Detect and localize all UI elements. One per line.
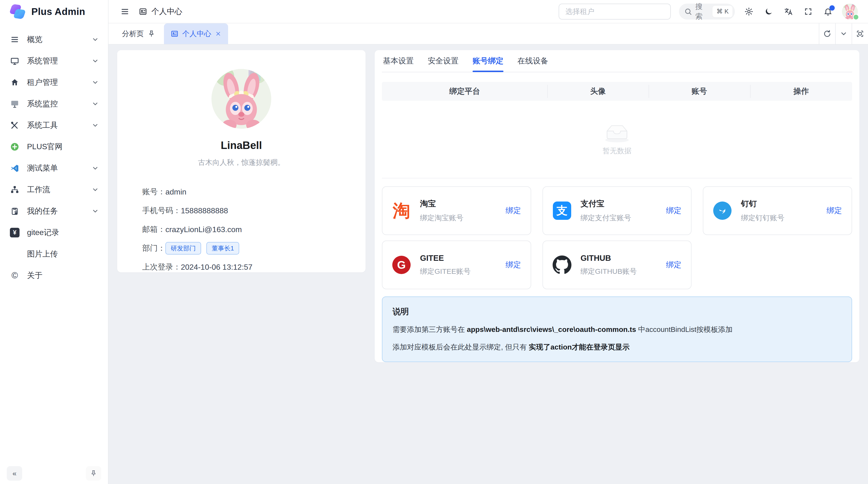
main-area: 个人中心 搜索 ⌘ K: [108, 0, 868, 484]
bind-platform-desc: 绑定钉钉账号: [741, 213, 817, 223]
chevron-down-icon: [92, 36, 99, 43]
tab-label: 个人中心: [182, 29, 211, 39]
note-title: 说明: [393, 306, 841, 317]
yen-badge-icon: ¥: [10, 228, 20, 238]
bind-card-alipay: 支 支付宝 绑定支付宝账号 绑定: [542, 186, 692, 235]
sidebar-item-system-tools[interactable]: 系统工具: [0, 115, 108, 136]
sidebar-item-image-upload[interactable]: 图片上传: [0, 243, 108, 265]
bind-card-taobao: 淘 淘宝 绑定淘宝账号 绑定: [382, 186, 531, 235]
global-search-button[interactable]: 搜索 ⌘ K: [679, 4, 735, 20]
bind-github-link[interactable]: 绑定: [666, 260, 681, 270]
bind-alipay-link[interactable]: 绑定: [666, 205, 681, 216]
binding-cards: 淘 淘宝 绑定淘宝账号 绑定 支 支付宝 绑定支付宝账号 绑定: [382, 186, 852, 289]
sidebar-item-label: 系统工具: [27, 120, 84, 131]
sidebar-item-test-menu[interactable]: 测试菜单: [0, 157, 108, 179]
tabbar: 分析页 个人中心: [108, 23, 868, 44]
tab-menu-button[interactable]: [835, 23, 851, 44]
user-avatar[interactable]: [842, 4, 858, 20]
hamburger-icon: [121, 7, 129, 16]
overview-icon: [10, 34, 20, 44]
settings-button[interactable]: [743, 6, 755, 18]
display-icon: [10, 99, 20, 109]
bind-platform-desc: 绑定GITHUB账号: [581, 266, 657, 277]
tab-analysis[interactable]: 分析页: [115, 23, 162, 44]
profile-card-icon: [171, 30, 179, 38]
pin-icon[interactable]: [148, 30, 155, 38]
sidebar-item-label: 概览: [27, 34, 84, 45]
sidebar-item-system-monitor[interactable]: 系统监控: [0, 93, 108, 115]
settings-panel: 基本设置 安全设置 账号绑定 在线设备 绑定平台 头像 账号 操作: [375, 50, 859, 362]
page-content: LinaBell 古木向人秋，惊蓬掠鬓稠。 账号： admin 手机号码： 15…: [108, 44, 868, 484]
col-account: 账号: [649, 86, 750, 97]
sidebar-item-gitee-log[interactable]: ¥ gitee记录: [0, 222, 108, 243]
empty-text: 暂无数据: [602, 146, 631, 156]
gear-icon: [744, 7, 753, 16]
tab-security-settings[interactable]: 安全设置: [428, 50, 459, 72]
breadcrumb-label: 个人中心: [151, 6, 182, 17]
tab-label: 分析页: [122, 29, 144, 39]
pin-icon: [90, 470, 97, 477]
tab-account-binding[interactable]: 账号绑定: [472, 50, 503, 72]
profile-row-account: 账号： admin: [142, 183, 366, 201]
brand-name: Plus Admin: [31, 6, 85, 17]
bind-taobao-link[interactable]: 绑定: [506, 205, 521, 216]
chevron-down-icon: [92, 186, 99, 193]
sidebar-item-label: 关于: [27, 270, 99, 281]
fullscreen-button[interactable]: [802, 6, 814, 18]
sidebar-item-my-tasks[interactable]: 我的任务: [0, 200, 108, 222]
tab-profile-center[interactable]: 个人中心: [164, 23, 228, 44]
bind-gitee-link[interactable]: 绑定: [506, 260, 521, 270]
tenant-select-input[interactable]: [559, 4, 671, 20]
tab-basic-settings[interactable]: 基本设置: [383, 50, 414, 72]
home-icon: [10, 77, 20, 88]
sidebar-item-label: 我的任务: [27, 206, 84, 217]
bind-platform-name: 淘宝: [420, 198, 496, 209]
empty-inbox-icon: [602, 123, 631, 144]
maximize-content-button[interactable]: [851, 23, 868, 44]
breadcrumb[interactable]: 个人中心: [139, 6, 182, 17]
sidebar-item-system-mgmt[interactable]: 系统管理: [0, 50, 108, 72]
sidebar-item-tenant-mgmt[interactable]: 租户管理: [0, 72, 108, 93]
theme-toggle-button[interactable]: [763, 6, 774, 18]
close-icon[interactable]: [215, 31, 221, 37]
sidebar-collapse-button[interactable]: «: [7, 466, 22, 481]
dingtalk-icon: [713, 201, 732, 220]
sidebar-item-plus-site[interactable]: PLUS官网: [0, 136, 108, 157]
notifications-button[interactable]: [822, 6, 834, 18]
sidebar-item-label: 租户管理: [27, 77, 84, 88]
sidebar-pin-button[interactable]: [86, 466, 101, 481]
profile-row-department: 部门： 研发部门 董事长1: [142, 239, 366, 258]
sidebar-item-overview[interactable]: 概览: [0, 29, 108, 50]
yen-glyph: ¥: [10, 228, 20, 237]
topbar: 个人中心 搜索 ⌘ K: [108, 0, 868, 23]
sidebar-item-label: 工作流: [27, 184, 84, 195]
sidebar-item-about[interactable]: © 关于: [0, 265, 108, 286]
fullscreen-icon: [804, 7, 812, 16]
profile-row-last-login: 上次登录： 2024-10-06 13:12:57: [142, 258, 366, 277]
chevron-down-icon: [92, 79, 99, 86]
moon-icon: [764, 7, 773, 16]
language-button[interactable]: [783, 6, 794, 18]
tab-online-devices[interactable]: 在线设备: [518, 50, 548, 72]
department-tag: 董事长1: [207, 242, 239, 255]
note-line-2: 添加对应模板后会在此处显示绑定, 但只有 实现了action才能在登录页显示: [393, 342, 841, 352]
vscode-icon: [10, 163, 20, 173]
gitee-icon: G: [392, 256, 411, 274]
refresh-tab-button[interactable]: [819, 23, 835, 44]
sidebar-item-workflow[interactable]: 工作流: [0, 179, 108, 200]
sidebar-toggle-button[interactable]: [119, 6, 131, 18]
sidebar-item-label: 系统监控: [27, 99, 84, 109]
col-avatar: 头像: [547, 86, 648, 97]
chevron-down-icon: [92, 165, 99, 172]
col-platform: 绑定平台: [382, 86, 547, 97]
sidebar-item-label: 图片上传: [27, 249, 99, 259]
profile-card: LinaBell 古木向人秋，惊蓬掠鬓稠。 账号： admin 手机号码： 15…: [117, 50, 366, 272]
chevron-down-icon: [92, 57, 99, 65]
chevron-down-icon: [92, 122, 99, 129]
bind-platform-name: GITEE: [420, 254, 496, 263]
profile-motto: 古木向人秋，惊蓬掠鬓稠。: [117, 158, 366, 167]
brand-logo[interactable]: Plus Admin: [0, 0, 108, 23]
profile-name: LinaBell: [117, 139, 366, 151]
bind-dingtalk-link[interactable]: 绑定: [827, 205, 842, 216]
table-header-row: 绑定平台 头像 账号 操作: [382, 82, 852, 101]
